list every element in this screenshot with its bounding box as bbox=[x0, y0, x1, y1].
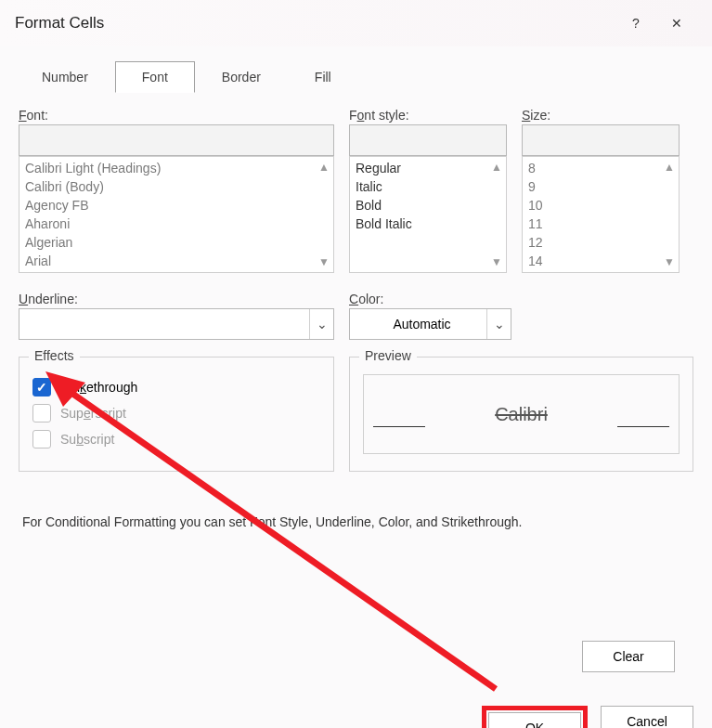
ok-highlight: OK bbox=[482, 706, 588, 728]
list-item[interactable]: Aharoni bbox=[25, 214, 328, 233]
strikethrough-checkbox[interactable]: ✓ bbox=[32, 378, 51, 396]
fontstyle-label: Font style: bbox=[349, 108, 507, 123]
ok-button[interactable]: OK bbox=[488, 712, 581, 728]
subscript-row: Subscript bbox=[32, 430, 320, 448]
help-button[interactable]: ? bbox=[615, 9, 656, 37]
underline-column: Underline: ⌄ bbox=[19, 292, 334, 340]
content-area: FFont:ont: Calibri Light (Headings) Cali… bbox=[0, 93, 712, 696]
preview-text: Calibri bbox=[495, 404, 548, 425]
cancel-button[interactable]: Cancel bbox=[601, 706, 693, 728]
color-value: Automatic bbox=[357, 317, 486, 332]
effects-preview-row: Effects ✓ Strikethrough Superscript Subs… bbox=[19, 357, 693, 472]
list-item[interactable]: Arial bbox=[25, 252, 328, 270]
underline-color-row: Underline: ⌄ Color: Automatic ⌄ bbox=[19, 292, 693, 340]
subscript-label: Subscript bbox=[60, 432, 114, 447]
close-button[interactable]: ✕ bbox=[656, 9, 697, 37]
scrollbar[interactable]: ▲ ▼ bbox=[317, 161, 331, 268]
superscript-row: Superscript bbox=[32, 404, 320, 422]
clear-row: Clear bbox=[19, 631, 693, 682]
scroll-down-icon[interactable]: ▼ bbox=[664, 255, 675, 268]
font-label: FFont:ont: bbox=[19, 108, 334, 123]
preview-group: Preview Calibri bbox=[349, 357, 693, 472]
dialog-buttons: OK Cancel bbox=[0, 696, 712, 728]
strikethrough-label: Strikethrough bbox=[60, 380, 137, 395]
scroll-up-icon[interactable]: ▲ bbox=[318, 161, 330, 174]
list-item[interactable]: 9 bbox=[528, 177, 673, 196]
list-item[interactable]: Italic bbox=[356, 177, 500, 196]
help-icon: ? bbox=[632, 16, 640, 31]
underline-label: Underline: bbox=[19, 292, 334, 306]
scroll-down-icon[interactable]: ▼ bbox=[491, 255, 502, 268]
scrollbar[interactable]: ▲ ▼ bbox=[662, 161, 677, 268]
list-item[interactable]: Regular bbox=[356, 159, 500, 177]
preview-legend: Preview bbox=[359, 348, 417, 363]
scroll-up-icon[interactable]: ▲ bbox=[491, 161, 502, 174]
tab-border[interactable]: Border bbox=[195, 61, 288, 93]
scrollbar[interactable]: ▲ ▼ bbox=[489, 161, 504, 268]
subscript-checkbox bbox=[32, 430, 51, 448]
list-item[interactable]: Calibri Light (Headings) bbox=[25, 159, 328, 177]
superscript-checkbox bbox=[32, 404, 51, 422]
size-column: Size: 8 9 10 11 12 14 ▲ ▼ bbox=[522, 108, 680, 273]
list-item[interactable]: Bold Italic bbox=[356, 214, 500, 233]
chevron-down-icon[interactable]: ⌄ bbox=[309, 309, 333, 339]
list-item[interactable]: 14 bbox=[528, 252, 673, 270]
superscript-label: Superscript bbox=[60, 406, 126, 421]
tab-font[interactable]: Font bbox=[115, 61, 195, 93]
color-label: Color: bbox=[349, 292, 511, 306]
close-icon: ✕ bbox=[671, 16, 682, 31]
strikethrough-row[interactable]: ✓ Strikethrough bbox=[32, 378, 320, 396]
list-item[interactable]: Bold bbox=[356, 196, 500, 214]
fontstyle-column: Font style: Regular Italic Bold Bold Ita… bbox=[349, 108, 507, 273]
size-listbox[interactable]: 8 9 10 11 12 14 ▲ ▼ bbox=[522, 156, 680, 273]
list-item[interactable]: Algerian bbox=[25, 233, 328, 252]
scroll-down-icon[interactable]: ▼ bbox=[318, 255, 330, 268]
info-note: For Conditional Formatting you can set F… bbox=[19, 514, 693, 529]
font-input[interactable] bbox=[19, 124, 334, 156]
list-item[interactable]: 8 bbox=[528, 159, 673, 177]
font-column: FFont:ont: Calibri Light (Headings) Cali… bbox=[19, 108, 334, 273]
scroll-up-icon[interactable]: ▲ bbox=[664, 161, 675, 174]
size-input[interactable] bbox=[522, 124, 680, 156]
color-combo[interactable]: Automatic ⌄ bbox=[349, 308, 511, 340]
dialog-title: Format Cells bbox=[15, 14, 615, 32]
list-item[interactable]: 12 bbox=[528, 233, 673, 252]
chevron-down-icon[interactable]: ⌄ bbox=[486, 309, 511, 339]
tab-strip: Number Font Border Fill bbox=[0, 46, 712, 93]
title-bar: Format Cells ? ✕ bbox=[0, 0, 712, 46]
list-item[interactable]: Calibri (Body) bbox=[25, 177, 328, 196]
clear-button[interactable]: Clear bbox=[582, 641, 675, 672]
font-row: FFont:ont: Calibri Light (Headings) Cali… bbox=[19, 108, 693, 273]
size-label: Size: bbox=[522, 108, 680, 123]
effects-legend: Effects bbox=[29, 348, 80, 363]
tab-fill[interactable]: Fill bbox=[288, 61, 358, 93]
fontstyle-input[interactable] bbox=[349, 124, 507, 156]
effects-group: Effects ✓ Strikethrough Superscript Subs… bbox=[19, 357, 334, 472]
list-item[interactable]: Agency FB bbox=[25, 196, 328, 214]
tab-number[interactable]: Number bbox=[15, 61, 115, 93]
fontstyle-listbox[interactable]: Regular Italic Bold Bold Italic ▲ ▼ bbox=[349, 156, 507, 273]
list-item[interactable]: 10 bbox=[528, 196, 673, 214]
list-item[interactable]: 11 bbox=[528, 214, 673, 233]
color-column: Color: Automatic ⌄ bbox=[349, 292, 511, 340]
font-listbox[interactable]: Calibri Light (Headings) Calibri (Body) … bbox=[19, 156, 334, 273]
preview-box: Calibri bbox=[363, 374, 680, 454]
underline-combo[interactable]: ⌄ bbox=[19, 308, 334, 340]
check-icon: ✓ bbox=[36, 380, 47, 395]
